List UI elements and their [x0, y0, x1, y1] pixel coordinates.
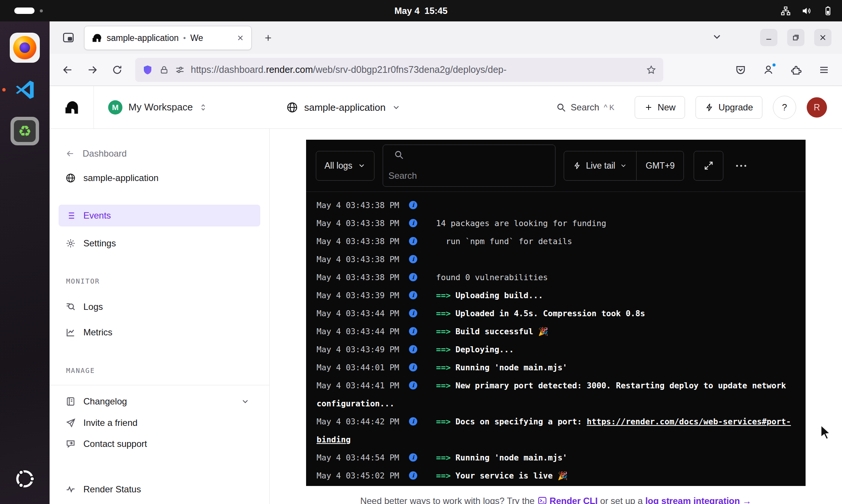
workspace-switcher[interactable]: M My Workspace [108, 100, 208, 115]
network-tree-icon[interactable] [780, 6, 791, 16]
sidebar-item-settings[interactable]: Settings [50, 232, 269, 254]
render-cli-link[interactable]: Render CLI [549, 496, 598, 504]
service-selector[interactable]: sample-application [286, 86, 401, 129]
sidebar-item-changelog[interactable]: Changelog [50, 391, 269, 412]
sidebar-item-logs[interactable]: Logs [50, 296, 269, 318]
log-row[interactable]: May 4 03:43:38 PMi [317, 196, 795, 214]
sidebar-item-render-status[interactable]: Render Status [50, 478, 269, 500]
info-icon: i [409, 237, 417, 245]
help-button[interactable]: ? [773, 96, 796, 119]
dock-item-software-updater[interactable]: ♻ [11, 117, 39, 145]
menu-button[interactable] [814, 60, 834, 80]
log-timestamp: May 4 03:44:54 PM [317, 453, 399, 462]
battery-icon[interactable] [822, 6, 833, 16]
log-row[interactable]: May 4 03:43:49 PMi==> Deploying... [317, 341, 795, 359]
log-message: ==> Uploaded in 4.5s. Compression took 0… [436, 309, 645, 318]
log-timestamp: May 4 03:43:39 PM [317, 291, 399, 300]
log-timestamp: May 4 03:43:38 PM [317, 219, 399, 228]
close-window-button[interactable] [814, 29, 831, 46]
back-button[interactable] [58, 60, 77, 80]
minimize-button[interactable] [760, 29, 777, 46]
log-filter-dropdown[interactable]: All logs [316, 151, 374, 181]
extensions-button[interactable] [786, 60, 806, 80]
log-search-input[interactable]: Search [383, 145, 555, 187]
global-search-button[interactable]: Search ^ K [556, 102, 614, 113]
new-button[interactable]: New [635, 96, 685, 119]
bookmark-star-icon[interactable] [646, 65, 656, 75]
sidebar-back-dashboard[interactable]: Dashboard [50, 143, 269, 164]
timezone-button[interactable]: GMT+9 [637, 151, 684, 180]
dock-item-firefox[interactable] [10, 33, 40, 63]
workspace-dot [40, 9, 43, 12]
sidebar-item-invite[interactable]: Invite a friend [50, 412, 269, 433]
reload-button[interactable] [107, 60, 127, 80]
log-row[interactable]: May 4 03:43:38 PMi [317, 250, 795, 269]
log-row[interactable]: May 4 03:43:44 PMi==> Build successful 🎉 [317, 323, 795, 341]
restore-button[interactable] [787, 29, 804, 46]
log-row[interactable]: May 4 03:43:38 PMi14 packages are lookin… [317, 214, 795, 232]
dock-item-vscode[interactable] [11, 76, 38, 103]
log-row[interactable]: May 4 03:45:02 PMi==> Your service is li… [317, 467, 795, 485]
log-lines[interactable]: May 4 03:43:38 PMi May 4 03:43:38 PMi14 … [306, 192, 806, 486]
restore-icon [792, 33, 800, 42]
main-content: All logs Search [270, 129, 842, 504]
volume-icon[interactable] [801, 6, 812, 16]
dock: ♻ [0, 21, 50, 504]
log-row[interactable]: May 4 03:43:44 PMi==> Uploaded in 4.5s. … [317, 305, 795, 323]
render-logo-link[interactable] [50, 86, 94, 128]
log-stream-link[interactable]: log stream integration → [645, 496, 751, 504]
forward-button[interactable] [83, 60, 102, 80]
sidebar-item-events[interactable]: Events [59, 205, 260, 226]
new-tab-button[interactable] [260, 30, 276, 46]
log-row[interactable]: May 4 03:43:38 PMifound 0 vulnerabilitie… [317, 269, 795, 287]
firefox-view-button[interactable] [58, 27, 79, 48]
upgrade-button[interactable]: Upgrade [696, 96, 762, 119]
list-all-tabs-button[interactable] [711, 31, 723, 42]
log-row[interactable]: May 4 03:44:01 PMi==> Running 'node main… [317, 359, 795, 377]
log-overflow-menu[interactable] [736, 165, 746, 167]
log-message: 14 packages are looking for funding [436, 219, 606, 228]
log-timestamp: May 4 03:43:38 PM [317, 201, 399, 210]
log-row[interactable]: May 4 03:44:41 PMi==> New primary port d… [317, 377, 795, 413]
recycle-icon: ♻ [14, 120, 36, 142]
log-timestamp: May 4 03:45:02 PM [317, 471, 399, 480]
info-icon: i [409, 363, 417, 371]
log-row[interactable]: May 4 03:44:54 PMi==> Running 'node main… [317, 449, 795, 467]
url-fade [605, 60, 639, 80]
hamburger-icon [818, 64, 830, 75]
sidebar-item-support[interactable]: Contact support [50, 433, 269, 454]
account-button[interactable] [759, 60, 778, 80]
live-tail-group: Live tail GMT+9 [564, 151, 684, 181]
search-shortcut: ^ K [604, 103, 614, 112]
browser-tab[interactable]: sample-application • We [84, 26, 252, 50]
log-timestamp: May 4 03:44:41 PM [317, 381, 399, 390]
system-clock[interactable]: May 4 15:45 [394, 6, 447, 16]
info-icon: i [409, 255, 417, 263]
pocket-button[interactable] [731, 60, 750, 80]
url-bar[interactable]: https://dashboard.render.com/web/srv-d0b… [135, 58, 663, 82]
navigation-bar: https://dashboard.render.com/web/srv-d0b… [50, 54, 842, 86]
sidebar-service-name[interactable]: sample-application [50, 167, 269, 189]
info-icon: i [409, 201, 417, 209]
events-label: Events [83, 210, 111, 221]
log-row[interactable]: May 4 03:43:38 PMi run `npm fund` for de… [317, 232, 795, 250]
log-row[interactable]: May 4 03:44:42 PMi==> Docs on specifying… [317, 413, 795, 449]
expand-logs-button[interactable] [694, 151, 723, 181]
show-applications-button[interactable] [14, 468, 36, 491]
live-tail-button[interactable]: Live tail [564, 151, 636, 180]
tab-title: sample-application • We [107, 33, 231, 43]
sidebar-item-metrics[interactable]: Metrics [50, 321, 269, 344]
terminal-icon [537, 496, 547, 504]
info-icon: i [409, 273, 417, 281]
sidebar-divider [50, 385, 269, 385]
activities-pill[interactable] [14, 8, 35, 14]
user-avatar[interactable]: R [807, 97, 827, 118]
chevron-down-icon [711, 31, 723, 42]
tab-close-button[interactable] [236, 34, 244, 42]
footer-middle: or set up a [598, 496, 645, 504]
firefox-view-icon [62, 31, 75, 44]
log-message: ==> Deploying... [436, 345, 514, 354]
chevrons-updown-icon [199, 103, 208, 112]
expand-icon [703, 160, 714, 171]
log-row[interactable]: May 4 03:43:39 PMi==> Uploading build... [317, 287, 795, 305]
